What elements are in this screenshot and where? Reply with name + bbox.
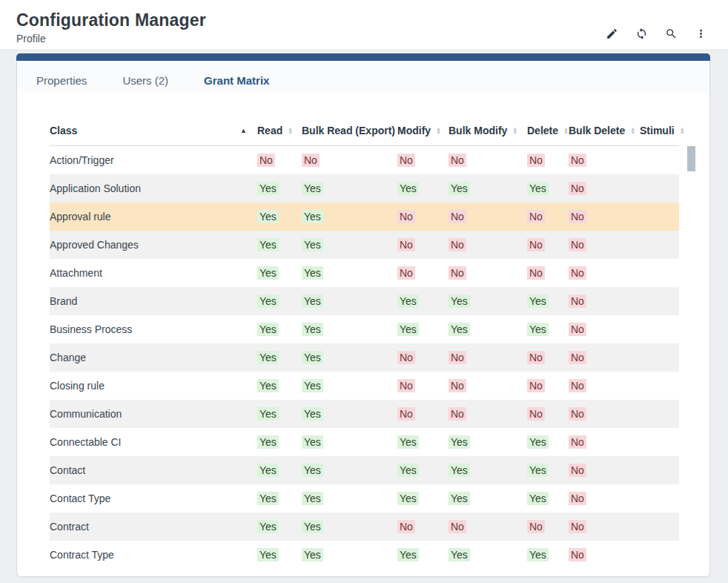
grant-value-cell: Yes <box>257 400 302 428</box>
grant-value-cell: Yes <box>527 315 569 343</box>
grant-value-cell: No <box>449 400 527 428</box>
column-label: Class <box>50 125 77 136</box>
grant-value-cell: Yes <box>257 231 302 259</box>
table-row[interactable]: Approval rule YesYesNoNoNoNo <box>50 202 679 231</box>
table-row[interactable]: Contract YesYesNoNoNoNo <box>50 513 679 541</box>
grant-value-cell: Yes <box>449 287 527 315</box>
grant-value-cell: No <box>449 343 527 372</box>
grant-value-cell: Yes <box>527 456 569 484</box>
yes-badge: Yes <box>257 435 279 449</box>
no-badge: No <box>257 154 275 167</box>
no-badge: No <box>527 520 545 533</box>
grant-value-cell: No <box>569 513 640 541</box>
page-title: Configuration Manager <box>16 10 706 30</box>
tab-grant-matrix[interactable]: Grant Matrix <box>204 74 269 92</box>
grant-value-cell: No <box>527 343 569 372</box>
yes-badge: Yes <box>397 492 419 505</box>
grant-value-cell <box>640 259 679 287</box>
yes-badge: Yes <box>527 323 549 336</box>
yes-badge: Yes <box>257 351 279 364</box>
column-header-bulk-read[interactable]: Bulk Read (Export)▲▼ <box>302 117 397 146</box>
table-row[interactable]: Connectable CI YesYesYesYesYesNo <box>50 428 679 456</box>
grant-value-cell: Yes <box>397 541 449 569</box>
grant-value-cell: Yes <box>397 484 449 513</box>
grant-value-cell: No <box>449 372 527 400</box>
pencil-icon <box>606 27 618 43</box>
grant-value-cell: No <box>527 400 569 428</box>
tab-properties[interactable]: Properties <box>36 74 87 92</box>
column-header-bulk-delete[interactable]: Bulk Delete▲▼ <box>569 117 640 146</box>
table-row[interactable]: Brand YesYesYesYesYesNo <box>50 287 679 315</box>
yes-badge: Yes <box>527 548 549 561</box>
scrollbar-thumb[interactable] <box>687 146 695 171</box>
column-header-read[interactable]: Read▲▼ <box>257 117 302 146</box>
column-header-bulk-modify[interactable]: Bulk Modify▲▼ <box>449 117 527 146</box>
yes-badge: Yes <box>527 294 549 308</box>
column-label: Stimuli <box>640 125 675 136</box>
grant-value-cell: No <box>397 400 449 428</box>
no-badge: No <box>569 492 586 505</box>
kebab-menu-icon <box>695 27 707 43</box>
column-header-stimuli[interactable]: Stimuli▲▼ <box>640 117 679 146</box>
grant-matrix-table: Class ▲ Read▲▼ Bulk Read (Export)▲▼ Modi… <box>50 117 679 569</box>
column-header-delete[interactable]: Delete▲▼ <box>527 117 569 146</box>
grant-value-cell: No <box>449 259 527 287</box>
no-badge: No <box>397 210 415 223</box>
no-badge: No <box>397 520 415 533</box>
yes-badge: Yes <box>302 520 323 533</box>
table-row[interactable]: Application Solution YesYesYesYesYesNo <box>50 174 679 202</box>
yes-badge: Yes <box>449 464 470 477</box>
table-row[interactable]: Approved Changes YesYesNoNoNoNo <box>50 231 679 259</box>
grant-value-cell: Yes <box>302 174 397 202</box>
grant-value-cell: Yes <box>302 513 397 541</box>
yes-badge: Yes <box>302 407 323 421</box>
no-badge: No <box>397 407 415 421</box>
tab-users[interactable]: Users (2) <box>122 74 168 92</box>
table-row[interactable]: Contract Type YesYesYesYesYesNo <box>50 541 679 569</box>
grant-value-cell: No <box>527 372 569 400</box>
grant-value-cell: No <box>397 343 449 372</box>
no-badge: No <box>449 210 466 223</box>
grant-value-cell: No <box>527 231 569 259</box>
table-row[interactable]: Contact Type YesYesYesYesYesNo <box>50 484 679 513</box>
yes-badge: Yes <box>257 238 279 251</box>
grant-value-cell: Yes <box>449 484 527 513</box>
grant-value-cell: Yes <box>257 174 302 202</box>
yes-badge: Yes <box>449 492 470 505</box>
yes-badge: Yes <box>449 294 470 308</box>
grant-value-cell <box>640 343 679 372</box>
table-row[interactable]: Attachment YesYesNoNoNoNo <box>50 259 679 287</box>
class-name-cell: Change <box>50 343 257 372</box>
grant-value-cell: Yes <box>302 259 397 287</box>
column-label: Bulk Read (Export) <box>302 125 395 136</box>
grant-value-cell <box>640 456 679 484</box>
grant-value-cell: Yes <box>449 315 527 343</box>
table-row[interactable]: Closing rule YesYesNoNoNoNo <box>50 372 679 400</box>
table-row[interactable]: Change YesYesNoNoNoNo <box>50 343 679 372</box>
no-badge: No <box>569 323 586 336</box>
table-row[interactable]: Action/Trigger NoNoNoNoNoNo <box>50 146 679 174</box>
column-header-class[interactable]: Class ▲ <box>50 117 257 146</box>
table-scrollbar <box>687 146 695 569</box>
sort-icon: ▲▼ <box>288 127 293 135</box>
refresh-button[interactable] <box>635 28 648 42</box>
grant-value-cell: Yes <box>449 174 527 202</box>
grant-value-cell: No <box>569 202 640 231</box>
grant-value-cell: No <box>569 343 640 372</box>
yes-badge: Yes <box>302 266 323 280</box>
grant-value-cell: No <box>397 202 449 231</box>
table-row[interactable]: Business Process YesYesYesYesYesNo <box>50 315 679 343</box>
column-header-modify[interactable]: Modify▲▼ <box>397 117 449 146</box>
yes-badge: Yes <box>302 548 323 561</box>
search-button[interactable] <box>664 28 678 42</box>
profile-card: Properties Users (2) Grant Matrix Class … <box>16 53 710 577</box>
table-row[interactable]: Contact YesYesYesYesYesNo <box>50 456 679 484</box>
grant-value-cell <box>640 202 679 231</box>
edit-button[interactable] <box>605 28 618 42</box>
table-row[interactable]: Communication YesYesNoNoNoNo <box>50 400 679 428</box>
sort-icon: ▲▼ <box>563 127 569 135</box>
page-subtitle: Profile <box>16 33 706 45</box>
yes-badge: Yes <box>257 464 279 477</box>
grant-value-cell: No <box>527 259 569 287</box>
more-button[interactable] <box>694 28 707 42</box>
